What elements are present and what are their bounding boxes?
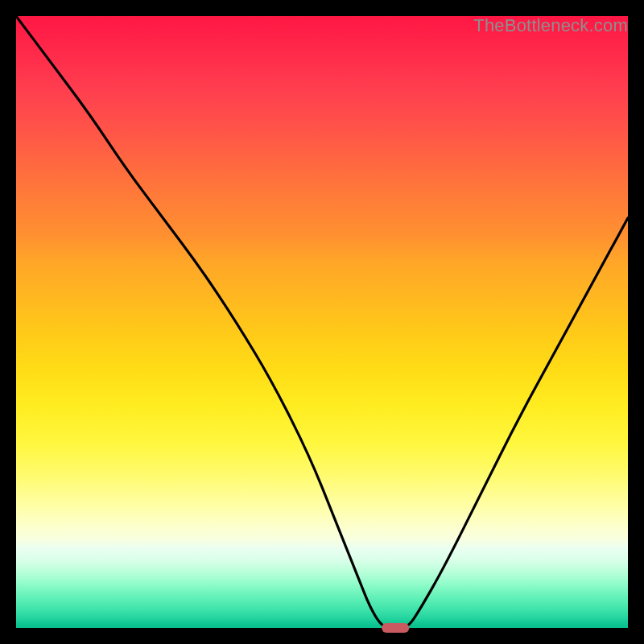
curve-path [16, 16, 628, 628]
chart-frame: TheBottleneck.com [0, 0, 644, 644]
bottleneck-curve [16, 16, 628, 628]
plot-area: TheBottleneck.com [16, 16, 628, 628]
minimum-marker [382, 623, 409, 633]
